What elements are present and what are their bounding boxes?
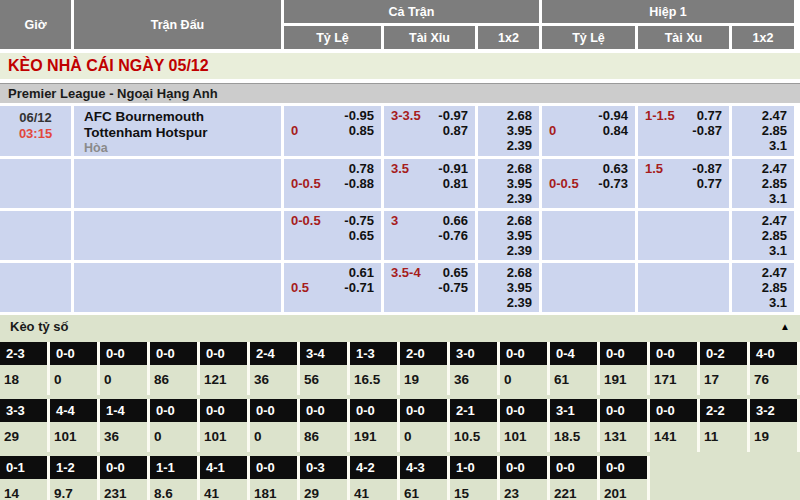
score-odds-value[interactable]: 19 — [750, 422, 800, 452]
score-section-header[interactable]: Kèo tỷ số ▲ — [0, 315, 800, 337]
score-odds-value[interactable]: 86 — [300, 422, 350, 452]
score-odds-value[interactable]: 86 — [150, 365, 200, 395]
score-odds-value[interactable]: 14 — [0, 479, 50, 500]
collapse-triangle-icon[interactable]: ▲ — [780, 321, 790, 332]
odds-value: 0.84 — [603, 123, 628, 138]
odds-value: 2.39 — [478, 243, 539, 258]
score-label: 1-1 — [150, 456, 200, 479]
h1-1x2-cell[interactable]: 2.472.853.1 — [732, 106, 794, 156]
score-odds-value[interactable]: 0 — [250, 422, 300, 452]
ft-overunder-cell[interactable]: 3.5-40.65-0.75 — [384, 263, 475, 312]
score-odds-value[interactable]: 101 — [200, 422, 250, 452]
odds-value: 0.63 — [603, 161, 628, 176]
score-label: 0-0 — [50, 342, 100, 365]
ft-handicap-cell[interactable]: 0-0.5-0.750.65 — [284, 211, 381, 260]
score-odds-value[interactable]: 17 — [700, 365, 750, 395]
ft-overunder-cell[interactable]: 3-3.5-0.970.87 — [384, 106, 475, 156]
odds-value: 3.1 — [732, 138, 794, 153]
away-team-name[interactable]: Tottenham Hotspur — [84, 125, 281, 141]
ft-1x2-cell[interactable]: 2.683.952.39 — [478, 106, 539, 156]
score-odds-value[interactable]: 101 — [500, 422, 550, 452]
odds-value: -0.95 — [344, 108, 374, 123]
score-odds-value[interactable]: 101 — [50, 422, 100, 452]
score-odds-value[interactable]: 41 — [200, 479, 250, 500]
score-odds-value[interactable]: 0 — [50, 365, 100, 395]
score-odds-value[interactable]: 29 — [300, 479, 350, 500]
ft-1x2-cell[interactable]: 2.683.952.39 — [478, 263, 539, 312]
odds-value: -0.94 — [598, 108, 628, 123]
ft-handicap-cell[interactable]: 0.610.5-0.71 — [284, 263, 381, 312]
ft-handicap-cell[interactable]: -0.9500.85 — [284, 106, 381, 156]
score-odds-value[interactable]: 56 — [300, 365, 350, 395]
score-odds-value[interactable]: 18 — [0, 365, 50, 395]
match-time-cell — [0, 211, 71, 260]
score-odds-value[interactable]: 0 — [100, 365, 150, 395]
score-odds-value[interactable]: 19 — [400, 365, 450, 395]
score-odds-value[interactable]: 8.6 — [150, 479, 200, 500]
score-label: 4-2 — [350, 456, 400, 479]
h1-overunder-cell[interactable]: 1.5-0.870.77 — [638, 159, 729, 208]
score-odds-value[interactable]: 36 — [250, 365, 300, 395]
score-odds-value[interactable]: 171 — [650, 365, 700, 395]
score-odds-value[interactable]: 191 — [600, 365, 650, 395]
ft-1x2-cell[interactable]: 2.683.952.39 — [478, 159, 539, 208]
score-odds-value[interactable]: 61 — [400, 479, 450, 500]
score-odds-value[interactable]: 0 — [500, 365, 550, 395]
score-odds-value[interactable]: 76 — [750, 365, 800, 395]
score-odds-value[interactable]: 36 — [100, 422, 150, 452]
ft-overunder-cell[interactable]: 3.5-0.910.81 — [384, 159, 475, 208]
column-header-ft-handicap: Tỷ Lệ — [284, 26, 381, 49]
home-team-name[interactable]: AFC Bournemouth — [84, 109, 281, 125]
score-odds-value[interactable]: 181 — [250, 479, 300, 500]
score-odds-value[interactable]: 15 — [450, 479, 500, 500]
score-odds-value[interactable]: 11 — [700, 422, 750, 452]
h1-handicap-cell[interactable]: -0.9400.84 — [542, 106, 635, 156]
score-label: 4-0 — [750, 342, 800, 365]
odds-value: 3.95 — [478, 280, 539, 295]
score-odds-value[interactable]: 141 — [650, 422, 700, 452]
score-odds-value[interactable]: 36 — [450, 365, 500, 395]
score-odds-value[interactable]: 0 — [400, 422, 450, 452]
ft-1x2-cell[interactable]: 2.683.952.39 — [478, 211, 539, 260]
h1-1x2-cell[interactable]: 2.472.853.1 — [732, 263, 794, 312]
score-odds-value[interactable]: 0 — [150, 422, 200, 452]
handicap-value: 3 — [391, 213, 398, 228]
handicap-value: 0 — [549, 123, 556, 138]
h1-overunder-cell[interactable]: 1-1.50.77-0.87 — [638, 106, 729, 156]
score-label: 1-4 — [100, 399, 150, 422]
match-teams-cell[interactable]: AFC BournemouthTottenham HotspurHòa — [74, 106, 281, 156]
handicap-value: 0-0.5 — [291, 213, 321, 228]
odds-value: -0.75 — [438, 280, 468, 295]
handicap-value: 0-0.5 — [291, 176, 321, 191]
odds-value: -0.91 — [438, 161, 468, 176]
score-label: 0-0 — [200, 342, 250, 365]
score-header-row: 2-30-00-00-00-02-43-41-32-03-00-00-40-00… — [0, 342, 800, 365]
score-label: 3-0 — [450, 342, 500, 365]
h1-1x2-cell[interactable]: 2.472.853.1 — [732, 159, 794, 208]
h1-handicap-cell[interactable]: 0.630-0.5-0.73 — [542, 159, 635, 208]
score-odds-value[interactable]: 18.5 — [550, 422, 600, 452]
score-odds-value[interactable]: 191 — [350, 422, 400, 452]
score-odds-value[interactable]: 9.7 — [50, 479, 100, 500]
score-odds-value[interactable]: 131 — [600, 422, 650, 452]
ft-overunder-cell[interactable]: 30.66-0.76 — [384, 211, 475, 260]
score-odds-value[interactable]: 201 — [600, 479, 650, 500]
score-odds-value[interactable]: 231 — [100, 479, 150, 500]
score-label: 0-0 — [600, 456, 650, 479]
score-odds-value[interactable]: 61 — [550, 365, 600, 395]
score-label: 0-0 — [600, 399, 650, 422]
h1-1x2-cell[interactable]: 2.472.853.1 — [732, 211, 794, 260]
score-odds-value[interactable]: 23 — [500, 479, 550, 500]
score-odds-value[interactable]: 29 — [0, 422, 50, 452]
score-label: 4-4 — [50, 399, 100, 422]
score-odds-value[interactable]: 221 — [550, 479, 600, 500]
score-odds-value[interactable]: 121 — [200, 365, 250, 395]
score-label: 0-2 — [700, 342, 750, 365]
score-odds-value[interactable]: 10.5 — [450, 422, 500, 452]
odds-value: -0.87 — [692, 161, 722, 176]
handicap-value: 0 — [291, 123, 298, 138]
score-odds-value[interactable]: 41 — [350, 479, 400, 500]
league-section-header[interactable]: Premier League - Ngoại Hạng Anh — [0, 83, 800, 103]
score-odds-value[interactable]: 16.5 — [350, 365, 400, 395]
ft-handicap-cell[interactable]: 0.780-0.5-0.88 — [284, 159, 381, 208]
